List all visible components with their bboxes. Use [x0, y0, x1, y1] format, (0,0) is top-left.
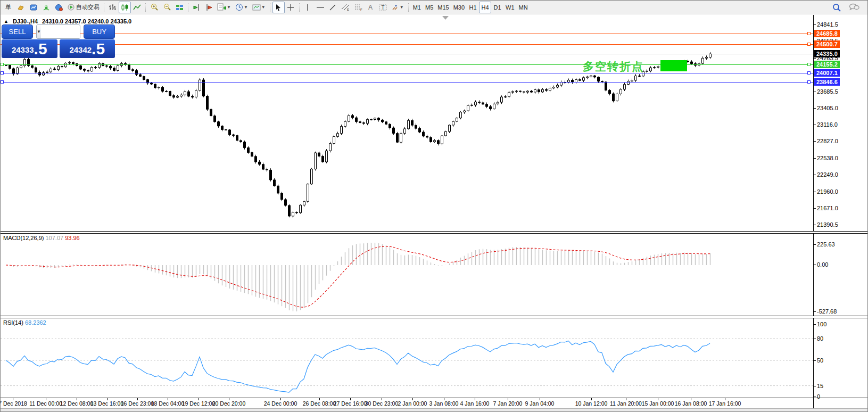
rsi-axis-dash: [813, 397, 816, 397]
equidistant-channel-tool-icon[interactable]: E: [339, 2, 352, 13]
svg-text:T: T: [381, 5, 384, 11]
zoom-in-icon[interactable]: [148, 2, 161, 13]
level-line-left-handle[interactable]: [1, 80, 4, 84]
svg-text:F: F: [360, 8, 362, 11]
sell-button[interactable]: SELL: [2, 24, 33, 39]
rsi-label: RSI(14) 68.2362: [3, 319, 46, 326]
price-level-badge: 24007.1: [814, 69, 840, 77]
price-axis-tick-dash: [813, 208, 816, 209]
macd-axis-label: 0.00: [817, 261, 828, 268]
chart-title: ▲ DJ30-,H4 24310.0 24357.0 24240.0 24335…: [4, 18, 131, 24]
svg-text:E: E: [347, 8, 349, 11]
trendline-tool-icon[interactable]: [327, 2, 339, 13]
dropdown-caret: ▼: [400, 5, 404, 10]
time-axis-label: 30 Dec 23:00: [365, 400, 398, 407]
timeframe-button-d1[interactable]: D1: [491, 2, 503, 13]
price-level-badge: 24155.2: [814, 61, 840, 68]
text-tool-icon[interactable]: A: [365, 2, 377, 13]
volume-input[interactable]: [41, 25, 80, 38]
timeframe-button-h4[interactable]: H4: [479, 2, 491, 13]
zoom-out-icon[interactable]: [161, 2, 173, 13]
bar-chart-type-icon[interactable]: [106, 2, 119, 13]
timeframe-button-mn[interactable]: MN: [517, 2, 530, 13]
volume-decrease-button[interactable]: ▼: [37, 25, 41, 38]
time-axis-label: 7 Jan 20:00: [493, 400, 523, 407]
time-axis-label: 11 Jan 20:00: [610, 400, 642, 407]
price-axis-tick-label: 23116.0: [817, 121, 838, 128]
history-center-icon[interactable]: [27, 2, 40, 13]
macd-axis-label: -527.68: [817, 308, 837, 315]
arrows-tool-icon[interactable]: ▼: [389, 2, 406, 13]
sell-price-display[interactable]: 24333 .5: [2, 39, 57, 58]
fibonacci-tool-icon[interactable]: F: [352, 2, 365, 13]
timeframe-button-w1[interactable]: W1: [503, 2, 517, 13]
toolbar-separator: [145, 3, 146, 12]
line-chart-type-icon[interactable]: [131, 2, 143, 13]
timeframe-button-m15[interactable]: M15: [435, 2, 451, 13]
price-level-line[interactable]: [1, 73, 813, 73]
price-level-line[interactable]: [1, 82, 813, 83]
timeframe-button-h1[interactable]: H1: [467, 2, 479, 13]
new-order-button[interactable]: 单: [2, 2, 14, 13]
volume-control: ▼ ▲: [36, 24, 80, 39]
level-line-left-handle[interactable]: [1, 63, 4, 66]
search-icon[interactable]: [830, 2, 844, 13]
macd-pane[interactable]: [1, 233, 813, 316]
price-axis-tick-label: 22249.0: [817, 171, 838, 178]
level-line-right-handle[interactable]: [807, 32, 811, 35]
templates-button[interactable]: ▼: [250, 2, 268, 13]
level-line-right-handle[interactable]: [807, 71, 811, 75]
timeframe-button-m5[interactable]: M5: [423, 2, 435, 13]
candlestick-chart-type-icon[interactable]: [119, 2, 131, 13]
level-line-left-handle[interactable]: [1, 71, 4, 75]
sell-price-big-digit: .5: [34, 41, 47, 57]
chart-shift-icon[interactable]: [203, 2, 215, 13]
macd-panel-separator[interactable]: [1, 231, 867, 234]
signals-icon[interactable]: [40, 2, 53, 13]
time-axis-label: 11 Dec 00:00: [29, 400, 62, 407]
timeframe-button-m1[interactable]: M1: [411, 2, 423, 13]
horizontal-line-tool-icon[interactable]: [314, 2, 327, 13]
periods-clock-button[interactable]: ▼: [233, 2, 250, 13]
price-axis-tick-label: 22827.0: [817, 138, 838, 144]
vertical-line-tool-icon[interactable]: [302, 2, 314, 13]
text-label-tool-icon[interactable]: T: [377, 2, 389, 13]
tile-windows-icon[interactable]: [173, 2, 186, 13]
level-line-right-handle[interactable]: [807, 43, 811, 46]
chart-scroll-marker-icon[interactable]: [442, 16, 449, 20]
price-level-line[interactable]: [1, 44, 813, 45]
buy-button[interactable]: BUY: [84, 24, 115, 39]
add-indicator-button[interactable]: ▼: [215, 2, 233, 13]
time-axis-label: 16 Jan 08:00: [675, 400, 707, 407]
rsi-value: 68.2362: [25, 319, 46, 326]
price-level-badge: 24500.7: [814, 40, 840, 48]
current-price-line[interactable]: [1, 54, 813, 54]
candlestick-chart[interactable]: [1, 17, 813, 231]
chat-icon[interactable]: [847, 2, 862, 13]
crosshair-tool-icon[interactable]: [285, 2, 297, 13]
macd-axis-dash: [813, 265, 816, 265]
highlight-rectangle[interactable]: [660, 60, 687, 71]
market-icon[interactable]: [53, 2, 65, 13]
chart-ohlc-values: 24310.0 24357.0 24240.0 24335.0: [42, 18, 131, 24]
rsi-panel-separator[interactable]: [1, 316, 867, 318]
time-axis-label: 18 Dec 04:00: [151, 400, 184, 407]
rsi-axis-dash: [813, 360, 816, 361]
price-axis-tick-dash: [813, 108, 816, 109]
timeframe-button-m30[interactable]: M30: [451, 2, 467, 13]
price-level-line[interactable]: [1, 34, 813, 34]
auto-scroll-icon[interactable]: [191, 2, 203, 13]
collapse-triangle-icon[interactable]: ▲: [4, 19, 9, 24]
rsi-axis-label: 0: [817, 393, 820, 400]
buy-price-display[interactable]: 24342 .5: [60, 39, 115, 58]
level-line-right-handle[interactable]: [807, 80, 811, 84]
gold-orders-icon[interactable]: [14, 2, 27, 13]
time-axis-label: 20 Dec 20:00: [212, 400, 245, 407]
cursor-tool-icon[interactable]: [272, 2, 285, 13]
time-axis-label: 19 Dec 12:00: [182, 400, 215, 407]
level-line-right-handle[interactable]: [807, 63, 811, 66]
price-axis-tick-label: 21960.0: [817, 188, 838, 195]
autotrade-button[interactable]: 自动交易: [65, 2, 102, 13]
price-level-line[interactable]: [1, 64, 813, 65]
rsi-pane[interactable]: [1, 318, 813, 398]
